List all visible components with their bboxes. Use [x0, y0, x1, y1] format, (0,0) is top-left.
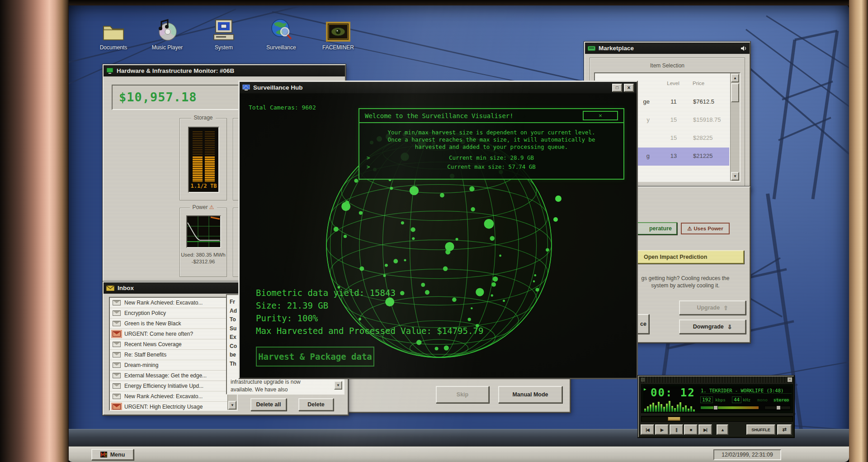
item-selection-label: Item Selection: [590, 62, 745, 69]
warning-icon: ⚠: [687, 225, 692, 232]
inbox-list: New Rank Achieved: Excavato... Encryptio…: [110, 298, 229, 411]
surveillance-titlebar[interactable]: Surveillance Hub □ ×: [240, 82, 637, 93]
email-field-label-fragment: To: [230, 315, 237, 324]
surveillance-title: Surveillance Hub: [253, 84, 609, 91]
power-groupbox: Power ⚠ Used: 380.35 MWh-$2312.96: [179, 208, 227, 277]
envelope-icon: [113, 373, 121, 378]
storage-bar-filled: [193, 157, 215, 182]
inbox-list-item[interactable]: External Message: Get the edge...: [110, 371, 229, 381]
marketplace-scrollbar[interactable]: ▲ ▼: [730, 73, 740, 181]
scroll-down-button[interactable]: ▼: [731, 172, 739, 181]
up-arrow-icon: ⇧: [723, 305, 728, 311]
scroll-up-button[interactable]: ▲: [731, 74, 739, 82]
dialog-close-button[interactable]: ×: [583, 111, 618, 120]
inbox-envelope-icon: [106, 286, 114, 291]
envelope-icon: [113, 383, 121, 389]
shuffle-button[interactable]: SHUFFLE: [746, 424, 775, 435]
inbox-list-item[interactable]: Encryption Policy: [110, 308, 229, 319]
stat-size: Size: 21.39 GB: [256, 299, 483, 312]
inbox-list-item[interactable]: URGENT: Come here often?: [110, 329, 229, 339]
dialog-body-text: Your min/max harvest size is dependent o…: [359, 129, 623, 151]
player-close-button[interactable]: ×: [788, 377, 792, 382]
power-warning-icon: ⚠: [209, 204, 214, 210]
volume-handle[interactable]: [713, 405, 718, 410]
inbox-list-item[interactable]: URGENT: High Electricity Usage: [110, 402, 229, 411]
desktop-icon-documents[interactable]: Documents: [92, 17, 135, 51]
menu-button[interactable]: Menu: [91, 449, 134, 460]
icon-label: Surveillance: [259, 44, 303, 51]
stat-purity: Purity: 100%: [256, 312, 483, 324]
repeat-button[interactable]: ⇄: [777, 424, 792, 435]
surveillance-window-icon: [242, 85, 250, 90]
email-subject: Encryption Policy: [124, 310, 166, 316]
upgrade-button[interactable]: Upgrade⇧: [679, 300, 746, 315]
total-cameras-label: Total Cameras: 9602: [249, 104, 316, 111]
delete-all-button[interactable]: Delete all: [250, 398, 287, 411]
balance-slider[interactable]: [764, 406, 791, 410]
crt-screen: Documents Music Player System Surveillan…: [68, 5, 849, 462]
envelope-icon: [113, 362, 121, 368]
email-subject: Green is the New Black: [124, 320, 181, 327]
delete-button[interactable]: Delete: [298, 398, 334, 411]
stop-button[interactable]: ■: [684, 424, 698, 435]
desktop-icon-system[interactable]: System: [202, 17, 245, 51]
play-button[interactable]: ▶: [655, 424, 669, 435]
player-menu-icon[interactable]: [641, 378, 645, 381]
inbox-list-item[interactable]: Recent News Coverage: [110, 339, 229, 350]
inbox-list-item[interactable]: Green is the New Black: [110, 319, 229, 329]
max-size-line: Current max size: 57.74 GB: [359, 163, 623, 170]
downgrade-button[interactable]: Downgrade⇩: [679, 319, 746, 334]
player-titlebar[interactable]: ×: [639, 376, 793, 383]
icon-label: Documents: [92, 44, 135, 51]
volume-slider[interactable]: [700, 406, 759, 410]
monitor-icon: [106, 68, 113, 74]
folder-icon: [92, 17, 135, 42]
inbox-list-item[interactable]: New Rank Achieved: Excavato...: [110, 391, 229, 402]
seek-handle[interactable]: [668, 417, 680, 421]
maximize-button[interactable]: □: [612, 84, 622, 92]
seek-bar[interactable]: [641, 416, 793, 422]
speaker-icon[interactable]: [741, 46, 747, 51]
email-subject: Recent News Coverage: [124, 341, 182, 348]
menu-logo-icon: [100, 452, 107, 457]
close-button[interactable]: ×: [624, 84, 634, 92]
email-subject: External Message: Get the edge...: [124, 372, 207, 379]
welcome-dialog: Welcome to the Surveillance Visualiser! …: [359, 108, 624, 180]
envelope-icon: [113, 352, 121, 357]
desktop-icon-surveillance[interactable]: Surveillance: [259, 17, 303, 51]
track-title: 1. TEKRIDER - WORKLIFE (3:48): [701, 388, 783, 393]
surveillance-body: Total Cameras: 9602 Welcome to the Surve…: [240, 94, 637, 378]
manual-mode-button[interactable]: Manual Mode: [498, 386, 562, 403]
inbox-list-item[interactable]: Energy Efficiency Initiative Upd...: [110, 381, 229, 391]
stereo-indicator: stereo: [774, 397, 789, 402]
desktop-icon-music-player[interactable]: Music Player: [146, 17, 189, 51]
envelope-icon: [113, 321, 121, 326]
email-subject: URGENT: High Electricity Usage: [124, 404, 203, 410]
email-subject: Energy Efficiency Initiative Upd...: [124, 383, 203, 389]
next-button[interactable]: ▶|: [698, 424, 712, 435]
harvest-package-button[interactable]: Harvest & Package data: [256, 347, 374, 367]
marketplace-titlebar[interactable]: Marketplace: [585, 43, 750, 54]
skip-button[interactable]: Skip: [436, 386, 489, 403]
inbox-list-item[interactable]: New Rank Achieved: Excavato...: [110, 298, 229, 308]
envelope-icon: [113, 310, 121, 316]
scroll-down-button[interactable]: ▼: [228, 401, 236, 410]
previous-button[interactable]: |◀: [641, 424, 654, 435]
eject-button[interactable]: ▲: [717, 424, 728, 435]
email-subject: New Rank Achieved: Excavato...: [124, 393, 203, 400]
mono-indicator: mono: [757, 397, 768, 402]
monitor-bezel-left: [0, 0, 69, 462]
email-subject: URGENT: Come here often?: [124, 331, 193, 337]
inbox-list-item[interactable]: Dream-mining: [110, 360, 229, 371]
balance-handle[interactable]: [776, 405, 781, 410]
play-state-icon: ▶: [644, 387, 646, 391]
scroll-thumb[interactable]: [731, 83, 739, 102]
monitor-titlebar[interactable]: Hardware & Infrastructure Monitor: #06B: [104, 65, 345, 76]
desktop-icon-faceminer[interactable]: FACEMINER: [316, 17, 360, 51]
pause-button[interactable]: ||: [670, 424, 683, 435]
inbox-list-item[interactable]: Re: Staff Benefits: [110, 350, 229, 360]
email-preview-text: infrastructure upgrade is now available.…: [231, 378, 335, 394]
email-scroll-down-button[interactable]: ▼: [334, 381, 342, 390]
monitor-title: Hardware & Infrastructure Monitor: #06B: [117, 67, 342, 74]
item-level: 15: [663, 116, 684, 123]
